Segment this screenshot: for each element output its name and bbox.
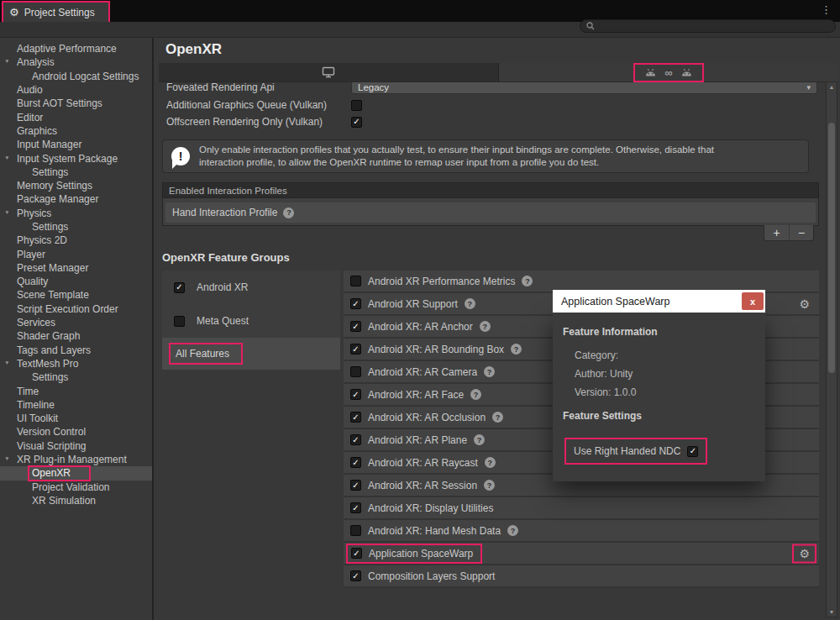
composition-layers-support-checkbox[interactable]: ✓ <box>350 570 361 581</box>
sidebar-item-input-manager[interactable]: Input Manager <box>0 138 152 151</box>
help-icon[interactable]: ? <box>511 344 522 355</box>
sidebar-item-textmesh-pro[interactable]: ▼TextMesh Pro <box>0 357 152 370</box>
search-input[interactable] <box>599 21 829 31</box>
sidebar-item-timeline[interactable]: Timeline <box>0 398 152 412</box>
sidebar-item-visual-scripting[interactable]: Visual Scripting <box>0 439 152 453</box>
chevron-expanded-icon[interactable]: ▼ <box>4 455 10 462</box>
meta-quest-checkbox[interactable] <box>174 316 185 327</box>
gear-icon[interactable]: ⚙ <box>799 547 810 559</box>
sidebar-item-settings[interactable]: Settings <box>0 220 152 234</box>
use-right-handed-ndc-checkbox[interactable]: ✓ <box>687 446 698 457</box>
sidebar-item-label: Physics 2D <box>17 234 67 246</box>
sidebar-item-android-logcat-settings[interactable]: Android Logcat Settings <box>0 70 152 83</box>
sidebar-item-ui-toolkit[interactable]: UI Toolkit <box>0 412 152 425</box>
application-spacewarp-checkbox[interactable]: ✓ <box>351 548 362 559</box>
chevron-expanded-icon[interactable]: ▼ <box>4 209 10 216</box>
help-icon[interactable]: ? <box>484 480 495 491</box>
android-xr-hand-mesh-data-checkbox[interactable] <box>350 525 361 536</box>
help-icon[interactable]: ? <box>283 208 294 218</box>
sidebar-item-memory-settings[interactable]: Memory Settings <box>0 179 152 192</box>
android-xr-ar-camera-checkbox[interactable] <box>350 366 361 377</box>
help-icon[interactable]: ? <box>507 525 518 536</box>
sidebar-item-time[interactable]: Time <box>0 384 152 397</box>
settings-toolbar <box>0 22 840 38</box>
sidebar-item-label: Visual Scripting <box>17 440 87 452</box>
feature-group-label: Meta Quest <box>197 315 249 327</box>
profile-row-hand-interaction-profile[interactable]: Hand Interaction Profile? <box>165 202 816 223</box>
android-xr-ar-face-checkbox[interactable]: ✓ <box>350 389 361 400</box>
tab-desktop-platforms[interactable] <box>159 63 499 82</box>
sidebar-item-audio[interactable]: Audio <box>0 83 152 97</box>
sidebar-item-version-control[interactable]: Version Control <box>0 425 152 439</box>
help-icon[interactable]: ? <box>492 412 503 423</box>
sidebar-item-preset-manager[interactable]: Preset Manager <box>0 261 152 275</box>
all-features-item[interactable]: All Features <box>162 338 340 370</box>
feature-row-composition-layers-support[interactable]: ✓Composition Layers Support <box>344 565 819 588</box>
scroll-up-icon[interactable]: ▲ <box>827 84 837 90</box>
search-box[interactable] <box>580 19 836 33</box>
android-xr-ar-plane-checkbox[interactable]: ✓ <box>350 434 361 445</box>
help-icon[interactable]: ? <box>522 276 533 286</box>
sidebar-item-scene-template[interactable]: Scene Template <box>0 288 152 302</box>
feature-row-android-xr-hand-mesh-data[interactable]: Android XR: Hand Mesh Data? <box>344 520 819 543</box>
sidebar-item-quality[interactable]: Quality <box>0 275 152 288</box>
feature-group-android-xr[interactable]: ✓Android XR <box>162 271 340 304</box>
chevron-expanded-icon[interactable]: ▼ <box>4 59 10 66</box>
feature-group-meta-quest[interactable]: Meta Quest <box>162 304 340 338</box>
android-xr-checkbox[interactable]: ✓ <box>174 282 185 293</box>
sidebar-item-burst-aot-settings[interactable]: Burst AOT Settings <box>0 97 152 110</box>
sidebar-item-xr-plug-in-management[interactable]: ▼XR Plug-in Management <box>0 453 152 466</box>
sidebar-item-editor[interactable]: Editor <box>0 110 152 123</box>
sidebar-item-script-execution-order[interactable]: Script Execution Order <box>0 302 152 316</box>
android-xr-display-utilities-checkbox[interactable]: ✓ <box>350 502 361 513</box>
help-icon[interactable]: ? <box>474 434 485 445</box>
android-xr-ar-raycast-checkbox[interactable]: ✓ <box>350 457 361 468</box>
sidebar-item-input-system-package[interactable]: ▼Input System Package <box>0 151 152 165</box>
android-xr-ar-occlusion-checkbox[interactable]: ✓ <box>350 412 361 423</box>
help-icon[interactable]: ? <box>465 298 475 309</box>
foveated-rendering-api-dropdown[interactable]: Legacy▾ <box>351 82 817 94</box>
sidebar-item-graphics[interactable]: Graphics <box>0 124 152 138</box>
remove-profile-button[interactable]: − <box>789 225 813 240</box>
sidebar-item-label: Burst AOT Settings <box>17 97 102 109</box>
sidebar-item-settings[interactable]: Settings <box>0 166 152 179</box>
android-xr-ar-bounding-box-checkbox[interactable]: ✓ <box>350 344 361 355</box>
scroll-down-icon[interactable]: ▼ <box>827 609 837 615</box>
vertical-scrollbar[interactable]: ▲ ▼ <box>826 81 837 617</box>
add-profile-button[interactable]: + <box>764 225 789 240</box>
close-icon[interactable]: x <box>742 292 764 310</box>
sidebar-item-tags-and-layers[interactable]: Tags and Layers <box>0 344 152 357</box>
sidebar-item-shader-graph[interactable]: Shader Graph <box>0 329 152 343</box>
chevron-expanded-icon[interactable]: ▼ <box>4 360 10 366</box>
sidebar-item-adaptive-performance[interactable]: Adaptive Performance <box>0 42 152 55</box>
sidebar-item-player[interactable]: Player <box>0 247 152 260</box>
kebab-menu-icon[interactable]: ⋮ <box>821 3 832 16</box>
sidebar-item-project-validation[interactable]: Project Validation <box>0 481 152 494</box>
sidebar-item-physics-2d[interactable]: Physics 2D <box>0 234 152 247</box>
feature-row-application-spacewarp[interactable]: ✓Application SpaceWarp⚙ <box>344 543 819 565</box>
sidebar-item-package-manager[interactable]: Package Manager <box>0 192 152 206</box>
android-xr-ar-anchor-checkbox[interactable]: ✓ <box>350 321 361 332</box>
sidebar-item-label: OpenXR <box>28 465 91 481</box>
offscreen-rendering-only-vulkan-checkbox[interactable]: ✓ <box>351 117 362 128</box>
sidebar-item-services[interactable]: Services <box>0 316 152 329</box>
help-icon[interactable]: ? <box>480 321 491 332</box>
project-settings-tab[interactable]: ⚙ Project Settings <box>3 3 108 22</box>
android-xr-ar-session-checkbox[interactable]: ✓ <box>350 480 361 491</box>
sidebar-item-openxr[interactable]: OpenXR <box>0 466 152 480</box>
help-icon[interactable]: ? <box>470 389 481 400</box>
android-xr-support-checkbox[interactable]: ✓ <box>350 298 361 309</box>
sidebar-item-xr-simulation[interactable]: XR Simulation <box>0 494 152 507</box>
chevron-expanded-icon[interactable]: ▼ <box>4 155 10 161</box>
scrollbar-thumb[interactable] <box>828 123 835 373</box>
gear-icon[interactable]: ⚙ <box>799 298 810 310</box>
help-icon[interactable]: ? <box>484 366 495 377</box>
feature-row-android-xr-display-utilities[interactable]: ✓Android XR: Display Utilities <box>344 497 819 520</box>
android-xr-performance-metrics-checkbox[interactable] <box>350 276 361 286</box>
tab-android-xr-platforms[interactable]: ∞ <box>499 63 838 82</box>
sidebar-item-analysis[interactable]: ▼Analysis <box>0 55 152 69</box>
additional-graphics-queue-vulkan-checkbox[interactable] <box>351 100 362 111</box>
help-icon[interactable]: ? <box>485 457 496 468</box>
sidebar-item-settings[interactable]: Settings <box>0 370 152 384</box>
sidebar-item-physics[interactable]: ▼Physics <box>0 207 152 220</box>
